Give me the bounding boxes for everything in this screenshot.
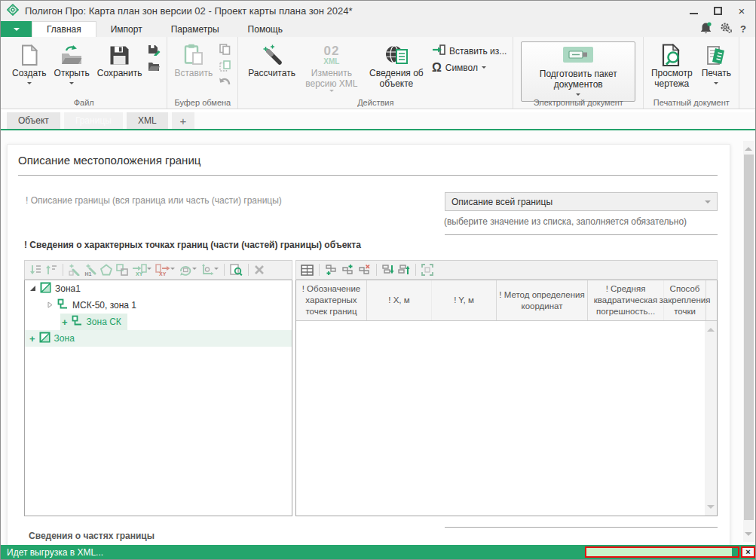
doc-tab-object[interactable]: Объект (7, 112, 60, 129)
add-tab-button[interactable]: + (172, 112, 195, 129)
insert-row-icon[interactable] (341, 262, 355, 277)
menu-tab-import[interactable]: Импорт (96, 21, 157, 37)
chevron-down-icon (705, 200, 711, 207)
boundary-description-select[interactable]: Описание всей границы (445, 192, 718, 211)
insert-from-button[interactable]: Вставить из... (432, 44, 507, 57)
document-tab-strip: Объект Границы XML + (1, 112, 755, 129)
column-header-point-designation: ! Обозначение характерных точек границ (296, 280, 367, 320)
save-as-icon[interactable] (146, 43, 161, 56)
ribbon-group-actions: Рассчитать 02XML Изменить версию XML Све… (238, 37, 513, 109)
group-label-pdoc: Печатный документ (644, 98, 739, 107)
paste-special-icon[interactable] (217, 60, 232, 72)
menu-tab-parametry[interactable]: Параметры (157, 21, 234, 37)
tree-item-zona1[interactable]: Зона1 (25, 280, 292, 297)
status-text: Идет выгрузка в XML... (7, 547, 103, 558)
delete-icon[interactable] (253, 262, 265, 277)
column-header-rms-error: ! Средняя квадратическая погрешность... (588, 280, 664, 320)
open-button[interactable]: Открыть (51, 38, 93, 87)
table-body-empty[interactable] (296, 321, 717, 516)
progress-fill-end (732, 548, 738, 556)
doc-tab-borders[interactable]: Границы (64, 112, 123, 129)
preview-drawing-button[interactable]: Просмотр чертежа (647, 38, 696, 90)
collapsed-arrow-icon[interactable] (47, 300, 54, 311)
tree-item-msk50[interactable]: МСК-50, зона 1 (25, 297, 292, 314)
print-dropdown-arrow (714, 82, 718, 87)
xml-export-progress-bar (585, 546, 739, 558)
symbol-button[interactable]: Ω Символ (432, 62, 507, 74)
renumber-ascending-icon[interactable] (44, 262, 58, 277)
calculate-button[interactable]: Рассчитать (244, 38, 299, 79)
notifications-bell-icon[interactable] (700, 22, 712, 37)
symbol-label: Символ (445, 63, 478, 73)
grid-view-icon[interactable] (300, 262, 314, 277)
add-row-below-icon[interactable] (324, 262, 338, 277)
expanded-arrow-icon[interactable] (29, 283, 36, 294)
open-recent-folder-icon[interactable] (146, 60, 161, 72)
usb-package-icon (562, 44, 594, 68)
boundary-description-label: ! Описание границы (вся граница или част… (26, 195, 282, 206)
undo-icon[interactable] (217, 76, 232, 89)
page-scrollbar[interactable] (743, 141, 754, 542)
prepare-package-button[interactable]: Подготовить пакет документов (521, 41, 635, 102)
maximize-button[interactable] (705, 1, 730, 21)
group-label-file: Файл (1, 98, 167, 107)
tree-item-add-zona[interactable]: + Зона (25, 330, 292, 347)
parts-section-label: Сведения о частях границы (29, 531, 155, 541)
omega-symbol-icon: Ω (432, 62, 442, 74)
tree-item-label: МСК-50, зона 1 (72, 300, 136, 311)
delete-row-icon[interactable] (357, 262, 372, 277)
auto-name-h1-icon[interactable]: H1 (84, 262, 97, 277)
doc-tab-xml[interactable]: XML (127, 112, 168, 129)
file-menu-button[interactable] (1, 21, 32, 37)
preview-points-icon[interactable] (229, 262, 243, 277)
insert-from-icon (432, 44, 445, 57)
app-logo-icon (7, 4, 19, 19)
help-icon[interactable]: ? (740, 23, 746, 35)
settings-gear-icon[interactable] (720, 22, 732, 36)
tree-item-add-zona-sk[interactable]: + Зона СК (25, 314, 292, 330)
scroll-down-icon[interactable] (745, 532, 752, 540)
group-label-edoc: Электронный документ (513, 98, 643, 107)
table-scrollbar[interactable] (705, 321, 717, 516)
save-button[interactable]: Сохранить (93, 38, 146, 79)
divider (18, 175, 718, 176)
ribbon-group-pdoc: Просмотр чертежа Печать Печатный докумен… (644, 37, 739, 109)
menu-bar: Главная Импорт Параметры Помощь ? (1, 21, 755, 37)
copy-icon[interactable] (217, 43, 232, 56)
paste-button[interactable]: Вставить (170, 38, 216, 79)
scrollbar-thumb[interactable] (744, 155, 754, 520)
scroll-up-icon[interactable] (707, 324, 715, 332)
title-bar: Полигон Про: Карта план зон версии 02 - … (1, 1, 755, 21)
print-button[interactable]: Печать (696, 38, 736, 87)
scroll-down-icon[interactable] (707, 505, 715, 513)
menu-tab-glavnaya[interactable]: Главная (32, 21, 96, 37)
rotate-contour-icon[interactable] (178, 262, 197, 277)
paste-clipboard-icon (183, 41, 204, 69)
object-info-button[interactable]: Сведения об объекте (364, 38, 429, 90)
coordinate-axes-icon[interactable] (200, 262, 219, 277)
save-floppy-icon (109, 41, 130, 69)
prepare-package-dropdown-arrow (576, 93, 580, 98)
insert-from-label: Вставить из... (449, 46, 507, 57)
fit-selection-icon[interactable] (421, 262, 434, 277)
paste-label: Вставить (174, 69, 213, 79)
move-row-up-icon[interactable] (397, 262, 411, 277)
print-label: Печать (702, 69, 731, 79)
renumber-descending-icon[interactable] (29, 262, 42, 277)
close-button[interactable]: × (730, 1, 754, 21)
create-polygon-icon[interactable] (99, 262, 113, 277)
move-row-down-icon[interactable] (381, 262, 395, 277)
scroll-up-icon[interactable] (745, 143, 752, 151)
copy-contour-icon[interactable] (115, 262, 129, 277)
new-button[interactable]: Создать (8, 38, 51, 87)
cancel-export-button[interactable]: × (741, 546, 755, 558)
change-xml-version-button[interactable]: 02XML Изменить версию XML (299, 38, 364, 94)
boundaries-tree: Зона1 МСК-50, зона 1 + Зона СК (24, 280, 292, 516)
export-coordinates-xy-icon[interactable]: XY (155, 262, 176, 277)
auto-name-icon[interactable] (68, 262, 81, 277)
menu-tab-pomosch[interactable]: Помощь (234, 21, 297, 37)
import-coordinates-xy-icon[interactable]: XY (131, 262, 152, 277)
new-label: Создать (12, 69, 47, 79)
ribbon-group-file: Создать Открыть Сохранить (1, 37, 167, 109)
minimize-button[interactable] (681, 1, 705, 21)
